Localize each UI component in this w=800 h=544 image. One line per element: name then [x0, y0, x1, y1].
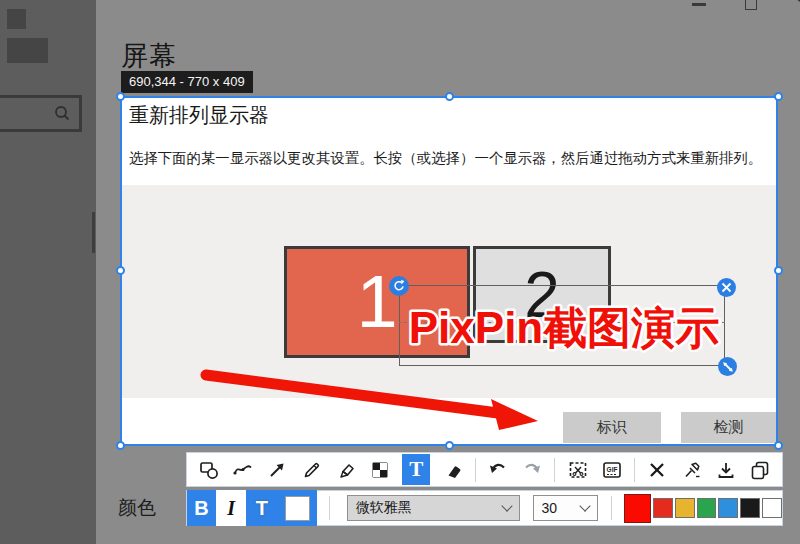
shapes-icon	[198, 459, 220, 481]
outline-color-cell[interactable]	[277, 490, 317, 526]
pin-icon	[681, 459, 703, 481]
eraser-icon	[442, 459, 464, 481]
arrow-annotation[interactable]	[190, 360, 560, 440]
arrow-icon	[266, 459, 288, 481]
selection-handle-ne[interactable]	[774, 92, 783, 101]
detect-button[interactable]: 检测	[681, 412, 776, 443]
close-x-icon	[646, 459, 668, 481]
trim-scissors-icon	[567, 459, 589, 481]
undo-icon	[487, 459, 509, 481]
selection-handle-nw[interactable]	[116, 92, 125, 101]
gif-record-button[interactable]: GIF	[600, 456, 624, 484]
bold-button-label: B	[194, 497, 208, 520]
capture-size-badge: 690,344 - 770 x 409	[121, 71, 253, 93]
outline-color-swatch[interactable]	[285, 496, 310, 521]
polyline-icon	[232, 459, 254, 481]
toolbar-separator	[475, 458, 476, 482]
selection-handle-w[interactable]	[116, 266, 125, 275]
identify-button-label: 标识	[597, 418, 627, 437]
highlighter-icon	[335, 459, 357, 481]
toolbar-separator	[554, 458, 555, 482]
highlighter-tool-button[interactable]	[334, 456, 358, 484]
polyline-tool-button[interactable]	[231, 456, 255, 484]
page-title: 屏幕	[121, 38, 177, 74]
text-annotation[interactable]: PixPin截图演示	[392, 280, 732, 372]
font-size-value: 30	[542, 500, 558, 516]
resize-annotation-handle[interactable]	[718, 357, 737, 376]
arrow-tool-button[interactable]	[265, 456, 289, 484]
mosaic-icon	[369, 459, 391, 481]
save-button[interactable]	[714, 456, 738, 484]
section-heading: 重新排列显示器	[129, 102, 269, 129]
pin-to-screen-button[interactable]	[680, 456, 704, 484]
trim-capture-button[interactable]	[566, 456, 590, 484]
gif-icon-label: GIF	[606, 465, 617, 472]
font-family-value: 微软雅黑	[356, 499, 412, 517]
pixpin-capture-screen: 屏幕 690,344 - 770 x 409 重新排列显示器 选择下面的某一显示…	[0, 0, 800, 544]
format-separator	[329, 496, 330, 520]
rotate-handle[interactable]	[389, 276, 409, 296]
undo-button[interactable]	[486, 456, 510, 484]
detect-button-label: 检测	[714, 418, 744, 437]
selection-handle-e[interactable]	[774, 266, 783, 275]
color-label: 颜色	[118, 495, 156, 521]
close-icon	[721, 282, 732, 293]
selection-handle-sw[interactable]	[116, 441, 125, 450]
delete-annotation-handle[interactable]	[717, 278, 736, 297]
cancel-capture-button[interactable]	[645, 456, 669, 484]
font-family-select[interactable]: 微软雅黑	[347, 495, 520, 521]
bold-button[interactable]: B	[187, 490, 216, 526]
pencil-tool-button[interactable]	[300, 456, 324, 484]
redo-icon	[521, 459, 543, 481]
text-annotation-content: PixPin截图演示	[409, 303, 720, 352]
mosaic-tool-button[interactable]	[368, 456, 392, 484]
text-format-bar: B I T 微软雅黑 30	[186, 490, 783, 526]
maximize-button[interactable]	[745, 0, 757, 10]
home-icon	[7, 38, 48, 63]
format-separator	[611, 496, 612, 520]
copy-button[interactable]	[748, 456, 772, 484]
download-icon	[715, 459, 737, 481]
palette-swatch-yellow[interactable]	[675, 498, 695, 518]
shapes-tool-button[interactable]	[197, 456, 221, 484]
italic-button-label: I	[227, 497, 235, 520]
palette-swatch-green[interactable]	[697, 498, 717, 518]
chevron-down-icon	[501, 500, 512, 511]
selection-handle-n[interactable]	[445, 92, 454, 101]
text-tool-button[interactable]: T	[402, 454, 430, 485]
search-icon	[52, 104, 72, 124]
back-icon	[7, 9, 26, 29]
text-stroke-button-label: T	[256, 497, 268, 520]
minimize-button[interactable]	[692, 3, 706, 6]
copy-icon	[749, 459, 771, 481]
diagonal-resize-icon	[722, 361, 734, 373]
section-description: 选择下面的某一显示器以更改其设置。长按（或选择）一个显示器，然后通过拖动方式来重…	[129, 149, 762, 168]
palette-swatch-red[interactable]	[653, 498, 673, 518]
annotation-toolbar: T	[186, 452, 783, 487]
palette-swatch-white[interactable]	[762, 498, 782, 518]
redo-button[interactable]	[520, 456, 544, 484]
gif-icon: GIF	[601, 459, 623, 481]
text-tool-label: T	[409, 457, 423, 482]
text-stroke-button[interactable]: T	[246, 490, 277, 526]
italic-button[interactable]: I	[216, 490, 247, 526]
toolbar-separator	[634, 458, 635, 482]
selection-handle-se[interactable]	[774, 441, 783, 450]
pencil-icon	[301, 459, 323, 481]
settings-search-input[interactable]	[0, 95, 82, 132]
scrollbar[interactable]	[92, 212, 95, 253]
rotate-icon	[392, 279, 406, 293]
eraser-tool-button[interactable]	[441, 456, 465, 484]
settings-sidebar-dimmed	[0, 0, 96, 544]
selection-handle-s[interactable]	[445, 441, 454, 450]
identify-button[interactable]: 标识	[563, 412, 661, 443]
close-button[interactable]	[794, 0, 800, 4]
palette-swatch-black[interactable]	[740, 498, 760, 518]
palette-swatch-blue[interactable]	[718, 498, 738, 518]
current-color-swatch[interactable]	[624, 494, 651, 523]
chevron-down-icon	[579, 500, 590, 511]
font-size-select[interactable]: 30	[533, 495, 599, 521]
